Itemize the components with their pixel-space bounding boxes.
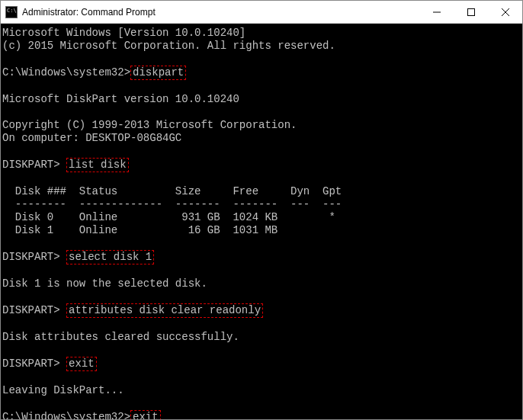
prompt-path: C:\Windows\system32>: [2, 66, 130, 79]
svg-rect-1: [467, 8, 474, 15]
diskpart-copyright: Copyright (C) 1999-2013 Microsoft Corpor…: [2, 119, 297, 131]
diskpart-prompt: DISKPART>: [2, 251, 66, 263]
cmd-select-disk: select disk 1: [66, 250, 154, 265]
diskpart-prompt: DISKPART>: [2, 357, 66, 370]
diskpart-prompt: DISKPART>: [2, 159, 66, 171]
diskpart-prompt: DISKPART>: [2, 304, 66, 316]
window-controls: [419, 1, 522, 23]
titlebar: Administrator: Command Prompt: [1, 1, 522, 24]
window-title: Administrator: Command Prompt: [22, 7, 419, 18]
cmd-exit: exit: [130, 410, 161, 419]
disk-table-row: Disk 0 Online 931 GB 1024 KB *: [2, 211, 335, 223]
version-line: Microsoft Windows [Version 10.0.10240]: [2, 27, 245, 39]
cmd-diskpart: diskpart: [130, 66, 186, 80]
disk-table-divider: -------- ------------- ------- ------- -…: [2, 198, 342, 210]
cmd-icon: [5, 6, 18, 18]
prompt-path: C:\Windows\system32>: [2, 411, 130, 419]
minimize-button[interactable]: [419, 1, 454, 23]
cmd-list-disk: list disk: [66, 158, 129, 172]
copyright-line: (c) 2015 Microsoft Corporation. All righ…: [2, 40, 335, 52]
cmd-exit-diskpart: exit: [66, 357, 97, 371]
cmd-attributes-clear: attributes disk clear readonly: [66, 303, 263, 318]
leaving-msg: Leaving DiskPart...: [2, 384, 124, 396]
attributes-msg: Disk attributes cleared successfully.: [2, 331, 239, 343]
close-button[interactable]: [488, 1, 522, 23]
command-prompt-window: Administrator: Command Prompt Microsoft …: [0, 0, 523, 420]
disk-table-header: Disk ### Status Size Free Dyn Gpt: [2, 185, 342, 197]
maximize-button[interactable]: [454, 1, 488, 23]
disk-table-row: Disk 1 Online 16 GB 1031 MB: [2, 224, 278, 236]
terminal-output[interactable]: Microsoft Windows [Version 10.0.10240] (…: [1, 24, 522, 419]
diskpart-version: Microsoft DiskPart version 10.0.10240: [2, 93, 239, 105]
diskpart-computer: On computer: DESKTOP-08G84GC: [2, 132, 181, 144]
select-disk-msg: Disk 1 is now the selected disk.: [2, 277, 207, 290]
